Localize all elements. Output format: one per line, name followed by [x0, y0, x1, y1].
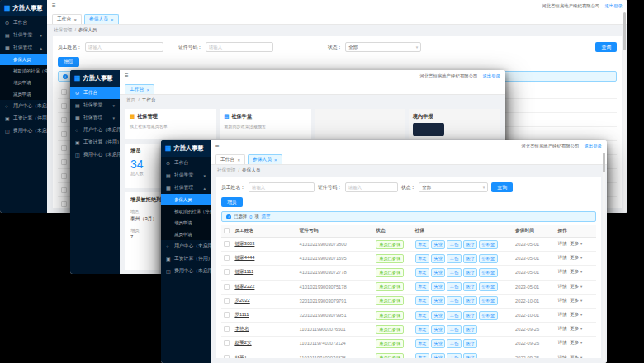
breadcrumb-item[interactable]: 社保管理	[54, 27, 72, 34]
more-link[interactable]: 更多 ▾	[570, 269, 582, 274]
collapse-sidebar-icon[interactable]: ≡	[52, 2, 56, 9]
status-select[interactable]: 全部 ▾	[345, 42, 421, 52]
tab-canbao[interactable]: 参保人员 ×	[84, 14, 119, 24]
breadcrumb-item[interactable]: 社保管理	[217, 167, 235, 174]
add-button[interactable]: 增员	[58, 57, 79, 67]
row-checkbox[interactable]	[61, 103, 67, 109]
clear-selection-link[interactable]: 清空	[262, 214, 271, 219]
row-checkbox[interactable]	[61, 173, 67, 179]
detail-link[interactable]: 详情	[558, 340, 567, 345]
sidebar-item-salary-calc[interactable]: ▣工资计算（停用）▾	[0, 112, 47, 125]
logout-link[interactable]: 退出登录	[482, 73, 500, 79]
card-jingnei-shenbao[interactable]: 境内申报	[409, 109, 500, 139]
sidebar-item-shebao-manage[interactable]: ▦社保管理▴	[0, 41, 47, 54]
sidebar-item-cost-center[interactable]: ◫费用中心（未启用）▾	[70, 148, 120, 161]
row-checkbox[interactable]	[61, 145, 67, 151]
employee-name-link[interactable]: 链家1111	[234, 269, 253, 274]
sidebar-item-shebao-school[interactable]: ▤社保学堂▾	[0, 29, 47, 41]
id-number-input[interactable]	[206, 42, 273, 52]
more-link[interactable]: 更多 ▾	[570, 255, 582, 260]
sidebar-item-cancelled-shebao[interactable]: 被取消的社保（停用）	[161, 205, 211, 217]
row-checkbox[interactable]	[61, 117, 67, 123]
scrollbar-track[interactable]	[603, 153, 605, 361]
employee-name-link[interactable]: 罗1111	[234, 312, 249, 317]
employee-name-link[interactable]: 链家3003	[234, 241, 254, 246]
row-checkbox[interactable]	[224, 340, 230, 346]
sidebar-item-user-center[interactable]: ○用户中心（未启用）▾	[70, 124, 120, 136]
row-checkbox[interactable]	[224, 241, 230, 247]
tab-canbao[interactable]: 参保人员 ×	[248, 154, 282, 164]
sidebar-item-cost-center[interactable]: ◫费用中心（未启用）▾	[161, 265, 211, 277]
search-button[interactable]: 查询	[491, 182, 513, 192]
employee-name-link[interactable]: 罗2022	[234, 298, 249, 303]
close-icon[interactable]: ×	[73, 17, 77, 22]
collapse-sidebar-icon[interactable]: ≡	[215, 143, 220, 149]
id-number-input[interactable]	[345, 182, 398, 192]
scrollbar-thumb[interactable]	[623, 12, 626, 50]
detail-link[interactable]: 详情	[558, 298, 567, 303]
more-link[interactable]: 更多 ▾	[570, 241, 582, 246]
sidebar-item-jianyuan-apply[interactable]: 减员申请	[0, 88, 47, 100]
sidebar-item-cost-center[interactable]: ◫费用中心（未启用）▾	[0, 125, 47, 137]
detail-link[interactable]: 详情	[558, 241, 567, 246]
sidebar-item-salary-calc[interactable]: ▣工资计算（停用）▾	[161, 252, 211, 265]
more-link[interactable]: 更多 ▾	[570, 298, 582, 303]
sidebar-item-zengyuan-apply[interactable]: 增员申请	[161, 217, 211, 229]
employee-name-link[interactable]: 链家2222	[234, 284, 254, 289]
sidebar-item-shebao-school[interactable]: ▤社保学堂▾	[161, 169, 211, 182]
sidebar-item-cancelled-shebao[interactable]: 被取消的社保（停用）	[0, 65, 47, 77]
row-checkbox[interactable]	[61, 187, 67, 193]
sidebar-item-canbao-renyuan[interactable]: 参保人员	[161, 194, 211, 205]
sidebar-item-jianyuan-apply[interactable]: 减员申请	[161, 229, 211, 240]
more-link[interactable]: 更多 ▾	[570, 312, 582, 317]
more-link[interactable]: 更多 ▾	[570, 326, 582, 331]
sidebar-item-shebao-school[interactable]: ▤社保学堂▾	[70, 99, 120, 111]
sidebar-item-user-center[interactable]: ○用户中心（未启用）▾	[0, 100, 47, 112]
detail-link[interactable]: 详情	[558, 269, 567, 274]
row-checkbox[interactable]	[224, 298, 230, 304]
card-shebao-school[interactable]: ▤ 社保学堂 最新同步政策法规预警	[220, 109, 310, 139]
employee-name-link[interactable]: 李艳名	[234, 326, 249, 331]
close-icon[interactable]: ×	[111, 17, 114, 22]
detail-link[interactable]: 详情	[558, 255, 567, 260]
close-icon[interactable]: ×	[274, 158, 277, 163]
add-button[interactable]: 增员	[221, 197, 243, 207]
sidebar-item-workbench[interactable]: ⊙工作台	[0, 16, 47, 29]
sidebar-item-workbench[interactable]: ⊙工作台	[70, 87, 120, 99]
scrollbar-track[interactable]	[623, 12, 626, 211]
row-checkbox[interactable]	[61, 159, 67, 165]
row-checkbox[interactable]	[61, 201, 67, 207]
more-link[interactable]: 更多 ▾	[570, 284, 582, 289]
row-checkbox[interactable]	[61, 89, 67, 95]
breadcrumb-item[interactable]: 首页	[126, 97, 135, 104]
card-shebao-manage[interactable]: ▦ 社保管理 线上社保增减员名单	[125, 109, 216, 139]
more-link[interactable]: 更多 ▾	[570, 340, 582, 345]
employee-name-input[interactable]	[85, 42, 163, 52]
sidebar-item-salary-calc[interactable]: ▣工资计算（停用）▾	[70, 136, 120, 148]
row-checkbox[interactable]	[224, 284, 230, 290]
detail-link[interactable]: 详情	[558, 312, 567, 317]
row-checkbox[interactable]	[224, 326, 230, 332]
employee-name-link[interactable]: 链家4444	[234, 255, 254, 260]
employee-name-link[interactable]: 赵某2安	[234, 340, 251, 345]
search-button[interactable]: 查询	[595, 42, 617, 52]
sidebar-item-user-center[interactable]: ○用户中心（未启用）▾	[161, 240, 211, 252]
sidebar-item-workbench[interactable]: ⊙工作台	[161, 157, 211, 169]
row-checkbox[interactable]	[61, 131, 67, 137]
row-checkbox[interactable]	[224, 355, 230, 358]
more-link[interactable]: 更多 ▾	[570, 355, 582, 358]
row-checkbox[interactable]	[224, 312, 230, 318]
sidebar-item-canbao-renyuan[interactable]: 参保人员	[0, 54, 47, 65]
detail-link[interactable]: 详情	[558, 326, 567, 331]
employee-name-link[interactable]: 赵某1	[234, 355, 247, 358]
status-select[interactable]: 全部 ▾	[419, 182, 488, 192]
close-icon[interactable]: ×	[237, 158, 240, 163]
employee-name-input[interactable]	[249, 182, 315, 192]
detail-link[interactable]: 详情	[558, 284, 567, 289]
logout-link[interactable]: 退出登录	[584, 144, 602, 149]
tab-workbench[interactable]: 工作台 ×	[52, 14, 82, 24]
row-checkbox[interactable]	[224, 269, 230, 275]
tab-workbench[interactable]: 工作台 ×	[215, 154, 245, 164]
tab-workbench[interactable]: 工作台 ×	[125, 84, 154, 94]
row-checkbox[interactable]	[224, 255, 230, 261]
